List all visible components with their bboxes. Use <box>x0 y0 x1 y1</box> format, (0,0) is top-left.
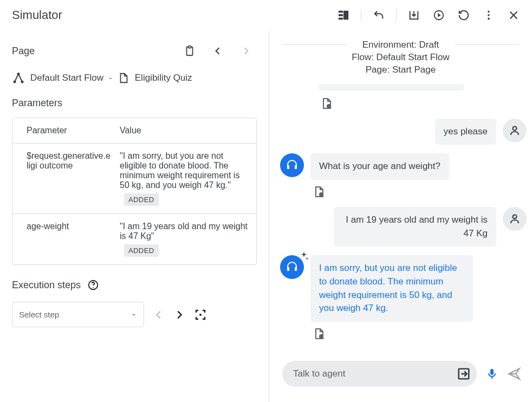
chat-bubble-generative: I am sorry, but you are not eligible to … <box>310 255 473 322</box>
chat-area[interactable]: i yes please What is your age and weight… <box>269 81 532 354</box>
send-icon[interactable] <box>507 367 521 381</box>
param-value-cell: "I am 19 years old and my weight is 47 K… <box>120 214 256 264</box>
execution-title: Execution steps <box>12 280 81 291</box>
payload-icon[interactable]: i <box>310 327 473 340</box>
svg-rect-20 <box>295 165 297 169</box>
breadcrumb-page: Eligibility Quiz <box>135 73 192 83</box>
svg-point-15 <box>199 314 202 316</box>
page-next-icon[interactable] <box>235 40 257 62</box>
focus-icon[interactable] <box>194 308 207 321</box>
sparkle-icon <box>299 251 309 262</box>
chat-message-user: I am 19 years old and my weight is 47 Kg <box>280 207 527 247</box>
panel-toggle-icon[interactable] <box>333 4 354 26</box>
page-section-header: Page <box>12 40 257 62</box>
chat-input[interactable]: Talk to agent <box>282 361 477 387</box>
mic-icon[interactable] <box>485 367 498 380</box>
env-line-2: Flow: Default Start Flow <box>352 51 449 64</box>
svg-rect-25 <box>295 267 297 271</box>
breadcrumb-flow: Default Start Flow <box>30 73 103 83</box>
chat-message-agent: What is your age and weight? i <box>280 153 527 198</box>
param-name: $request.generative.eligi outcome <box>12 144 120 213</box>
svg-point-6 <box>488 14 490 16</box>
svg-rect-3 <box>344 11 348 20</box>
left-panel: Page Default Start Flow - <box>0 30 269 402</box>
chat-bubble: yes please <box>435 119 496 145</box>
chat-bubble-truncated <box>318 84 464 90</box>
chat-bubble: I am 19 years old and my weight is 47 Kg <box>334 207 496 247</box>
close-icon[interactable] <box>503 4 524 26</box>
breadcrumb-separator: - <box>109 73 112 83</box>
app-title: Simulator <box>12 8 62 22</box>
step-select-label: Select step <box>19 310 59 319</box>
chat-input-placeholder: Talk to agent <box>293 368 345 379</box>
save-icon[interactable] <box>403 4 425 26</box>
toolbar-divider <box>396 9 397 21</box>
execution-header: Execution steps <box>12 279 257 291</box>
svg-text:i: i <box>321 193 322 197</box>
step-prev-icon[interactable] <box>153 309 165 321</box>
chat-message-user: yes please <box>280 119 527 145</box>
toolbar-divider <box>361 9 361 21</box>
svg-text:i: i <box>321 335 322 339</box>
param-name: age-weight <box>12 214 120 264</box>
step-next-icon[interactable] <box>173 309 185 321</box>
param-value: "I am 19 years old and my weight is 47 K… <box>120 222 248 241</box>
agent-avatar <box>280 153 304 177</box>
submit-inline-icon[interactable] <box>456 366 471 381</box>
svg-rect-1 <box>339 15 342 16</box>
svg-point-5 <box>488 11 490 13</box>
svg-rect-2 <box>339 18 342 20</box>
step-select[interactable]: Select step <box>12 302 144 327</box>
svg-rect-19 <box>287 165 289 169</box>
svg-point-7 <box>488 18 490 20</box>
table-header: Parameter Value <box>12 118 256 144</box>
added-badge: ADDED <box>124 244 159 257</box>
app-toolbar: Simulator <box>0 0 532 30</box>
param-value: "I am sorry, but you are not eligible to… <box>120 151 239 190</box>
svg-rect-0 <box>339 11 342 12</box>
toolbar-actions <box>333 4 524 26</box>
right-panel: Environment: Draft Flow: Default Start F… <box>269 30 532 402</box>
svg-point-18 <box>513 126 517 130</box>
main-container: Page Default Start Flow - <box>0 30 532 402</box>
svg-point-14 <box>93 287 94 288</box>
svg-point-23 <box>513 215 517 219</box>
payload-icon[interactable]: i <box>310 185 449 198</box>
refresh-icon[interactable] <box>453 4 475 26</box>
page-section-icons <box>179 40 257 62</box>
table-row: $request.generative.eligi outcome "I am … <box>12 144 256 214</box>
svg-rect-24 <box>287 267 289 271</box>
chat-bubble: What is your age and weight? <box>310 153 449 180</box>
added-badge: ADDED <box>124 193 159 206</box>
help-icon[interactable] <box>87 279 99 291</box>
play-icon[interactable] <box>428 4 450 26</box>
environment-info: Environment: Draft Flow: Default Start F… <box>269 39 532 81</box>
chat-input-bar: Talk to agent <box>269 354 532 402</box>
table-row: age-weight "I am 19 years old and my wei… <box>12 214 256 264</box>
clipboard-icon[interactable] <box>179 40 200 62</box>
page-section-title: Page <box>12 46 35 57</box>
header-value: Value <box>120 118 256 143</box>
header-parameter: Parameter <box>12 118 120 143</box>
step-controls: Select step <box>12 302 257 327</box>
agent-avatar-generative <box>280 255 304 279</box>
env-line-3: Page: Start Page <box>352 64 449 76</box>
chevron-down-icon <box>131 312 137 318</box>
flow-icon <box>12 72 25 85</box>
user-avatar <box>503 207 527 231</box>
env-line-1: Environment: Draft <box>352 39 449 51</box>
parameters-table: Parameter Value $request.generative.elig… <box>12 118 257 265</box>
svg-rect-29 <box>490 369 494 375</box>
undo-icon[interactable] <box>368 4 390 26</box>
chat-message-agent-generative: I am sorry, but you are not eligible to … <box>280 255 527 340</box>
more-icon[interactable] <box>478 4 499 26</box>
svg-rect-9 <box>188 46 191 48</box>
parameters-title: Parameters <box>12 98 257 109</box>
page-prev-icon[interactable] <box>207 40 229 62</box>
page-breadcrumb: Default Start Flow - Eligibility Quiz <box>12 72 257 85</box>
user-avatar <box>503 119 527 142</box>
param-value-cell: "I am sorry, but you are not eligible to… <box>120 144 256 213</box>
svg-text:i: i <box>328 105 329 108</box>
payload-icon[interactable]: i <box>318 97 517 110</box>
page-icon <box>118 72 129 84</box>
